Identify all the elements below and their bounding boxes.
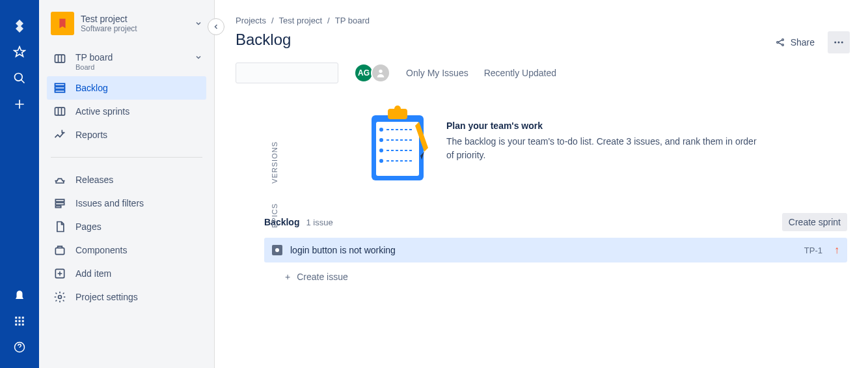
nav-label: Issues and filters [75, 198, 144, 208]
assignee-avatars: AG [357, 63, 390, 83]
quickfilter-only-my[interactable]: Only My Issues [406, 68, 468, 78]
quickfilter-recently-updated[interactable]: Recently Updated [484, 68, 556, 78]
board-icon [53, 52, 66, 65]
nav-reports[interactable]: Reports [47, 123, 206, 147]
share-button[interactable]: Share [768, 33, 821, 51]
nav-label: Active sprints [75, 106, 129, 117]
page-title: Backlog [236, 31, 847, 49]
svg-point-29 [379, 70, 382, 73]
notification-icon[interactable] [7, 282, 33, 308]
issue-title: login button is not working [290, 245, 396, 255]
svg-point-25 [834, 42, 836, 44]
svg-rect-14 [55, 90, 65, 92]
nav-label: Add item [75, 268, 111, 279]
project-type: Software project [81, 24, 137, 33]
search-input[interactable] [240, 68, 354, 78]
side-tabs: VERSIONS EPICS [271, 141, 278, 228]
svg-point-0 [15, 74, 23, 81]
create-issue-label: Create issue [297, 272, 348, 282]
divider [51, 157, 202, 158]
nav-label: Project settings [75, 292, 138, 302]
nav-active-sprints[interactable]: Active sprints [47, 100, 206, 123]
nav-components[interactable]: Components [47, 238, 206, 262]
svg-rect-9 [22, 324, 24, 326]
nav-label: Pages [75, 221, 102, 232]
chevron-down-icon[interactable] [195, 20, 202, 27]
svg-rect-5 [19, 320, 21, 322]
nav-label: Releases [75, 175, 113, 185]
nav-issues-filters[interactable]: Issues and filters [47, 191, 206, 215]
reports-icon [53, 128, 66, 141]
create-issue-button[interactable]: + Create issue [277, 265, 847, 289]
svg-point-34 [379, 128, 383, 132]
nav-label: Components [75, 245, 127, 255]
project-avatar-icon [51, 12, 74, 35]
top-actions: Share [768, 31, 850, 53]
search-icon[interactable] [7, 65, 33, 91]
svg-rect-3 [22, 317, 24, 318]
priority-arrow-icon: ↑ [834, 244, 839, 256]
board-nav-item[interactable]: TP board Board [47, 47, 206, 76]
svg-rect-4 [15, 320, 17, 322]
main-content: Projects / Test project / TP board Backl… [215, 0, 868, 368]
backlog-title: Backlog [264, 217, 299, 227]
add-item-icon [53, 267, 66, 280]
project-header[interactable]: Test project Software project [47, 12, 206, 35]
breadcrumb-sep: / [327, 16, 330, 25]
tab-versions[interactable]: VERSIONS [271, 141, 278, 184]
chevron-down-icon[interactable] [195, 53, 202, 61]
nav-label: Backlog [75, 83, 108, 93]
more-menu-button[interactable] [828, 31, 850, 53]
tab-epics[interactable]: EPICS [271, 203, 278, 228]
nav-backlog[interactable]: Backlog [47, 76, 206, 100]
plus-icon[interactable] [7, 91, 33, 117]
svg-rect-18 [55, 206, 61, 208]
svg-rect-1 [15, 317, 17, 318]
breadcrumb-projects[interactable]: Projects [236, 16, 266, 25]
apps-grid-icon[interactable] [7, 308, 33, 334]
share-icon [775, 37, 785, 48]
svg-rect-13 [55, 87, 65, 89]
help-icon[interactable] [7, 334, 33, 360]
toolbar-row: AG Only My Issues Recently Updated [236, 62, 847, 84]
svg-point-33 [394, 106, 401, 112]
nav-pages[interactable]: Pages [47, 215, 206, 238]
svg-rect-12 [55, 83, 65, 85]
issue-row[interactable]: login button is not working TP-1 ↑ [264, 238, 847, 262]
clipboard-illustration-icon [362, 102, 433, 180]
svg-rect-16 [55, 199, 64, 201]
breadcrumb-board[interactable]: TP board [335, 16, 370, 25]
backlog-count: 1 issue [306, 218, 332, 227]
svg-point-26 [838, 42, 840, 44]
components-icon [53, 244, 66, 257]
svg-rect-2 [19, 317, 21, 318]
svg-point-21 [59, 296, 62, 299]
svg-rect-6 [22, 320, 24, 322]
collapse-sidebar-button[interactable] [208, 18, 224, 35]
issue-type-icon [272, 245, 282, 255]
nav-add-item[interactable]: Add item [47, 262, 206, 285]
svg-point-36 [379, 149, 383, 152]
jira-logo-icon[interactable] [7, 13, 33, 39]
search-input-wrapper[interactable] [236, 63, 338, 83]
backlog-header: Backlog 1 issue Create sprint [264, 213, 847, 231]
star-icon[interactable] [7, 39, 33, 65]
filters-icon [53, 197, 66, 210]
svg-rect-17 [55, 203, 64, 205]
svg-point-24 [781, 44, 783, 46]
plus-icon: + [285, 272, 290, 282]
project-sidebar: Test project Software project TP board B… [39, 0, 215, 368]
gear-icon [53, 290, 66, 304]
nav-releases[interactable]: Releases [47, 168, 206, 191]
breadcrumb: Projects / Test project / TP board [236, 16, 847, 25]
svg-point-37 [379, 159, 383, 163]
breadcrumb-sep: / [271, 16, 274, 25]
svg-point-35 [379, 138, 383, 142]
create-sprint-button[interactable]: Create sprint [782, 213, 847, 231]
onboarding-title: Plan your team's work [446, 120, 759, 131]
avatar-unassigned[interactable] [371, 63, 390, 83]
global-nav [0, 0, 39, 368]
nav-project-settings[interactable]: Project settings [47, 285, 206, 309]
svg-rect-7 [15, 324, 17, 326]
breadcrumb-project[interactable]: Test project [279, 16, 322, 25]
